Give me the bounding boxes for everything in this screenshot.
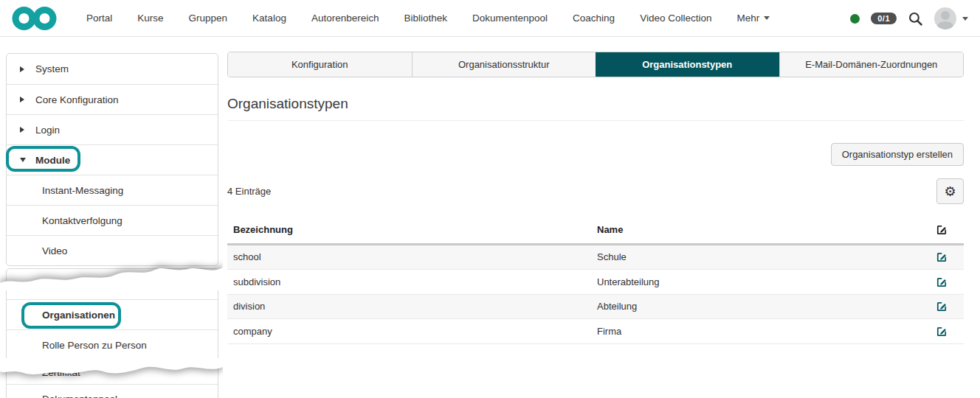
cell-name: Firma — [591, 319, 919, 344]
sidebar-item-label: Dokumentenpool — [42, 394, 117, 398]
user-avatar — [934, 7, 956, 29]
actions-row: Organisationstyp erstellen — [227, 143, 964, 166]
tab-organisationstypen-active[interactable]: Organisationstypen — [596, 52, 779, 77]
admin-sidebar-upper: System Core Konfiguration Login Module I… — [6, 53, 218, 266]
tab-konfiguration[interactable]: Konfiguration — [228, 52, 412, 77]
sidebar-item-core-konfiguration[interactable]: Core Konfiguration — [7, 84, 218, 114]
main-content: Konfiguration Organisationsstruktur Orga… — [227, 52, 964, 344]
edit-row-button[interactable] — [936, 251, 948, 263]
sidebar-item-label: System — [35, 63, 69, 74]
top-navigation-bar: Portal Kurse Gruppen Katalog Autorenbere… — [0, 0, 980, 37]
screen: Portal Kurse Gruppen Katalog Autorenbere… — [0, 0, 980, 398]
chevron-right-icon — [20, 66, 29, 72]
table-row: school Schule — [227, 244, 964, 270]
search-icon — [908, 11, 923, 27]
cell-bezeichnung: division — [227, 294, 591, 319]
chat-counter-badge[interactable]: 0/1 — [871, 13, 897, 24]
table-row: company Firma — [227, 319, 964, 344]
sidebar-item-label: Repository — [42, 279, 90, 290]
column-header-bezeichnung[interactable]: Bezeichnung — [227, 217, 591, 244]
nav-item-coaching[interactable]: Coaching — [560, 13, 627, 24]
sidebar-item-repository[interactable]: Repository — [7, 269, 218, 299]
edit-icon — [936, 224, 948, 236]
sidebar-item-label: Video — [42, 245, 67, 256]
nav-item-gruppen[interactable]: Gruppen — [176, 13, 241, 24]
edit-row-button[interactable] — [936, 301, 948, 313]
cell-bezeichnung: school — [227, 244, 591, 270]
cell-bezeichnung: subdivision — [227, 270, 591, 295]
nav-item-portal[interactable]: Portal — [74, 13, 125, 24]
entries-count: 4 Einträge — [227, 186, 271, 197]
avatar-body-shape — [937, 21, 953, 29]
nav-item-mehr-dropdown[interactable]: Mehr — [724, 13, 782, 24]
cell-name: Unterabteilung — [591, 270, 919, 295]
sidebar-item-system[interactable]: System — [7, 54, 218, 84]
table-row: subdivision Unterabteilung — [227, 270, 964, 295]
tab-email-domaenen-zuordnungen[interactable]: E-Mail-Domänen-Zuordnungen — [779, 52, 964, 77]
table-settings-button[interactable]: ⚙ — [936, 178, 964, 204]
chevron-down-icon — [764, 16, 770, 20]
sidebar-item-dokumentenpool[interactable]: Dokumentenpool — [7, 384, 218, 398]
avatar-head-shape — [941, 11, 950, 20]
online-status-dot — [850, 14, 860, 24]
chevron-down-icon — [20, 158, 29, 162]
sidebar-item-label: Zertifikat — [42, 367, 80, 378]
sidebar-item-label: Instant-Messaging — [42, 185, 123, 196]
sidebar-item-login[interactable]: Login — [7, 114, 218, 144]
user-menu[interactable] — [934, 7, 968, 29]
column-header-edit — [919, 217, 964, 244]
sidebar-item-label: Core Konfiguration — [35, 94, 119, 105]
sidebar-item-kontaktverfolgung[interactable]: Kontaktverfolgung — [7, 205, 218, 235]
nav-item-kurse[interactable]: Kurse — [125, 13, 176, 24]
nav-item-video-collection[interactable]: Video Collection — [627, 13, 724, 24]
table-header-row: Bezeichnung Name — [227, 217, 964, 244]
chevron-right-icon — [20, 127, 29, 133]
column-header-name[interactable]: Name — [591, 217, 919, 244]
organisationstypen-table: Bezeichnung Name school Sc — [227, 217, 964, 344]
chevron-right-icon — [20, 97, 29, 102]
table-row: division Abteilung — [227, 294, 964, 319]
sidebar-item-label: Kontaktverfolgung — [42, 215, 122, 226]
nav-item-katalog[interactable]: Katalog — [240, 13, 299, 24]
page-title: Organisationstypen — [227, 96, 964, 121]
create-organisationstyp-button[interactable]: Organisationstyp erstellen — [831, 143, 964, 166]
table-meta-row: 4 Einträge ⚙ — [227, 178, 964, 204]
openolat-infinity-logo[interactable] — [12, 6, 58, 31]
tab-organisationsstruktur[interactable]: Organisationsstruktur — [412, 52, 596, 77]
sidebar-item-label: Rolle Person zu Person — [42, 340, 147, 351]
sidebar-item-zertifikat[interactable]: Zertifikat — [7, 360, 218, 384]
caret-down-icon — [962, 17, 968, 21]
cell-bezeichnung: company — [227, 319, 591, 344]
nav-item-bibliothek[interactable]: Bibliothek — [391, 13, 460, 24]
sidebar-item-organisationen[interactable]: Organisationen — [7, 299, 218, 329]
sidebar-item-rolle-person-zu-person[interactable]: Rolle Person zu Person — [7, 329, 218, 360]
cell-name: Schule — [591, 244, 919, 270]
admin-sidebar-lower: Repository Organisationen Rolle Person z… — [6, 268, 218, 398]
cell-name: Abteilung — [591, 294, 919, 319]
search-button[interactable] — [908, 11, 923, 27]
top-nav-menu: Portal Kurse Gruppen Katalog Autorenbere… — [74, 13, 782, 24]
gear-icon: ⚙ — [944, 184, 956, 200]
edit-row-button[interactable] — [936, 276, 948, 288]
nav-item-autorenbereich[interactable]: Autorenbereich — [299, 13, 392, 24]
infinity-icon — [12, 6, 58, 31]
topbar-right-cluster: 0/1 — [850, 0, 968, 37]
sidebar-item-instant-messaging[interactable]: Instant-Messaging — [7, 175, 218, 205]
nav-item-mehr-label: Mehr — [736, 13, 759, 24]
sidebar-item-module[interactable]: Module — [7, 144, 218, 175]
sidebar-item-label: Login — [35, 125, 60, 136]
nav-item-dokumentenpool[interactable]: Dokumentenpool — [460, 13, 560, 24]
sidebar-item-label: Organisationen — [42, 310, 115, 321]
edit-row-button[interactable] — [936, 326, 948, 338]
segmented-tab-strip: Konfiguration Organisationsstruktur Orga… — [227, 52, 964, 77]
sidebar-item-label: Module — [35, 155, 70, 166]
sidebar-item-video[interactable]: Video — [7, 235, 218, 265]
